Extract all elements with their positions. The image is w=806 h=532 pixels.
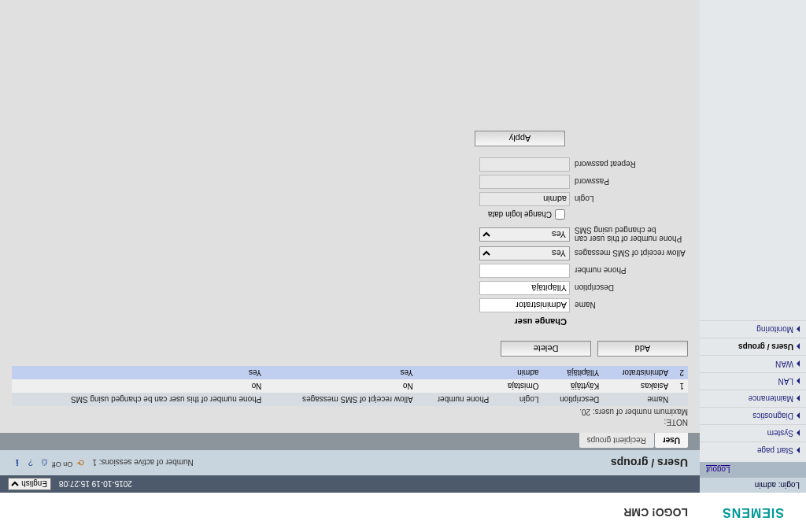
table-cell: Yes <box>265 366 416 379</box>
nav: Start pageSystemDiagnosticsMaintenanceLA… <box>700 0 806 462</box>
repeat-password-input[interactable] <box>479 157 570 172</box>
chevron-right-icon <box>797 412 800 419</box>
brand-logo: SIEMENS <box>700 493 806 532</box>
page-head: Users / groups Number of active sessions… <box>0 450 700 475</box>
table-cell: Asiakas <box>603 379 672 393</box>
form-section-title: Change user <box>12 317 567 327</box>
login-input[interactable] <box>479 192 570 206</box>
column-header: Phone number <box>417 393 494 406</box>
product-title: LOGO! CMR <box>623 506 688 519</box>
main: LOGO! CMR 2015-10-19 15:27:08 English Us… <box>0 0 700 532</box>
table-cell <box>417 379 494 393</box>
help-icon[interactable]: ? <box>25 457 36 468</box>
password-label: Password <box>570 178 688 187</box>
nav-item-monitoring[interactable]: Monitoring <box>700 320 806 338</box>
tabbar: UserRecipient groups <box>0 433 700 450</box>
chevron-right-icon <box>797 326 800 332</box>
column-header: Login <box>493 393 542 406</box>
allow-sms-label: Allow receipt of SMS messages <box>570 249 688 258</box>
status-icons: ⟳ On Off ⎙ ? ℹ <box>12 457 86 468</box>
chevron-right-icon <box>797 395 800 401</box>
logout-link[interactable]: Logout <box>706 465 730 474</box>
table-row[interactable]: 2AdministratorYlläpitäjäadminYesYes <box>12 366 688 379</box>
description-label: Description <box>570 284 688 293</box>
name-input[interactable] <box>479 298 570 312</box>
table-cell: No <box>12 379 265 393</box>
password-input[interactable] <box>479 175 570 189</box>
login-label: Login <box>570 195 688 204</box>
phone-input[interactable] <box>479 264 570 278</box>
on-off-label: On Off <box>52 457 72 468</box>
table-cell: Yes <box>12 366 265 379</box>
table-cell: Ylläpitäjä <box>542 366 603 379</box>
name-label: Name <box>570 301 688 310</box>
table-row[interactable]: 1AsiakasKäyttäjäOmistajaNoNo <box>12 379 688 393</box>
chevron-right-icon <box>797 447 800 453</box>
datetime: 2015-10-19 15:27:08 <box>59 480 132 489</box>
nav-item-lan[interactable]: LAN <box>700 372 806 390</box>
change-login-checkbox[interactable] <box>555 209 565 220</box>
table-cell <box>417 366 494 379</box>
change-sms-select[interactable]: Yes <box>479 227 570 242</box>
table-buttons: Add Delete <box>12 341 688 357</box>
change-user-form: Change user Name Description Phone numbe… <box>12 131 688 327</box>
topbar: LOGO! CMR <box>0 493 700 532</box>
language-select[interactable]: English <box>8 478 51 490</box>
nav-item-start-page[interactable]: Start page <box>700 441 806 459</box>
chevron-right-icon <box>797 343 800 349</box>
logout-row: Logout <box>700 462 806 478</box>
table-cell: 2 <box>672 366 688 379</box>
add-button[interactable]: Add <box>597 341 688 357</box>
refresh-icon[interactable]: ⟳ <box>75 457 86 468</box>
sessions-label: Number of active sessions: 1 <box>92 459 193 467</box>
nav-item-diagnostics[interactable]: Diagnostics <box>700 407 806 424</box>
statusbar: 2015-10-19 15:27:08 English <box>0 475 700 493</box>
repeat-password-label: Repeat password <box>570 161 688 169</box>
note-text: Maximum number of users: 20. <box>12 408 688 416</box>
apply-button[interactable]: Apply <box>475 131 565 146</box>
allow-sms-select[interactable]: Yes <box>479 246 570 260</box>
chevron-right-icon <box>797 378 800 384</box>
change-sms-label: Phone number of this user can be changed… <box>570 226 688 243</box>
tab-user[interactable]: User <box>655 433 688 448</box>
brand-text: SIEMENS <box>722 505 784 519</box>
note-label: NOTE: <box>12 418 688 427</box>
head-right: Number of active sessions: 1 ⟳ On Off ⎙ … <box>12 457 194 468</box>
table-cell: Omistaja <box>493 379 542 393</box>
description-input[interactable] <box>479 281 570 295</box>
column-header: Phone number of this user can be changed… <box>12 393 265 406</box>
table-cell: Käyttäjä <box>542 379 603 393</box>
nav-item-maintenance[interactable]: Maintenance <box>700 390 806 407</box>
table-cell: admin <box>493 366 542 379</box>
table-cell: Administrator <box>603 366 672 379</box>
delete-button[interactable]: Delete <box>501 341 591 357</box>
users-table: NameDescriptionLoginPhone numberAllow re… <box>12 366 688 406</box>
column-header: Allow receipt of SMS messages <box>265 393 416 406</box>
page-title: Users / groups <box>611 456 688 469</box>
chevron-right-icon <box>797 360 800 367</box>
info-icon[interactable]: ℹ <box>12 457 23 468</box>
print-icon[interactable]: ⎙ <box>39 457 50 468</box>
tab-recipient-groups[interactable]: Recipient groups <box>579 433 654 448</box>
change-login-label: Change login data <box>488 210 552 219</box>
table-cell: 1 <box>672 379 688 393</box>
table-cell: No <box>265 379 416 393</box>
column-header: Description <box>542 393 603 406</box>
nav-item-users-groups[interactable]: Users / groups <box>700 338 806 355</box>
sidebar: SIEMENS Login: admin Logout Start pageSy… <box>700 0 806 532</box>
column-header <box>672 393 688 406</box>
content: NOTE: Maximum number of users: 20. NameD… <box>0 0 700 433</box>
chevron-right-icon <box>797 430 800 436</box>
phone-label: Phone number <box>570 267 688 275</box>
column-header: Name <box>603 393 672 406</box>
nav-item-wan[interactable]: WAN <box>700 355 806 372</box>
login-info: Login: admin <box>700 478 806 493</box>
nav-item-system[interactable]: System <box>700 424 806 441</box>
